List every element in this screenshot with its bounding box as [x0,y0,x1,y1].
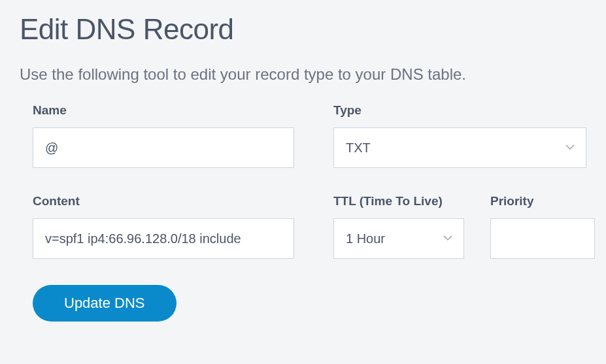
update-dns-button[interactable]: Update DNS [33,285,177,322]
type-label: Type [333,103,586,118]
priority-input[interactable] [490,218,595,259]
name-field-group: Name [33,103,294,168]
name-label: Name [33,103,294,118]
priority-label: Priority [490,194,606,208]
ttl-label: TTL (Time To Live) [333,194,451,208]
ttl-select[interactable]: 1 Hour [333,218,464,259]
page-description: Use the following tool to edit your reco… [20,65,586,84]
name-input[interactable] [33,127,294,168]
type-select[interactable]: TXT [333,127,586,168]
ttl-field-group: TTL (Time To Live) 1 Hour [333,194,464,259]
page-title: Edit DNS Record [20,13,586,46]
priority-field-group: Priority [490,194,606,259]
content-label: Content [33,194,294,208]
content-field-group: Content [33,194,294,259]
type-field-group: Type TXT [333,103,586,168]
content-input[interactable] [33,218,294,259]
